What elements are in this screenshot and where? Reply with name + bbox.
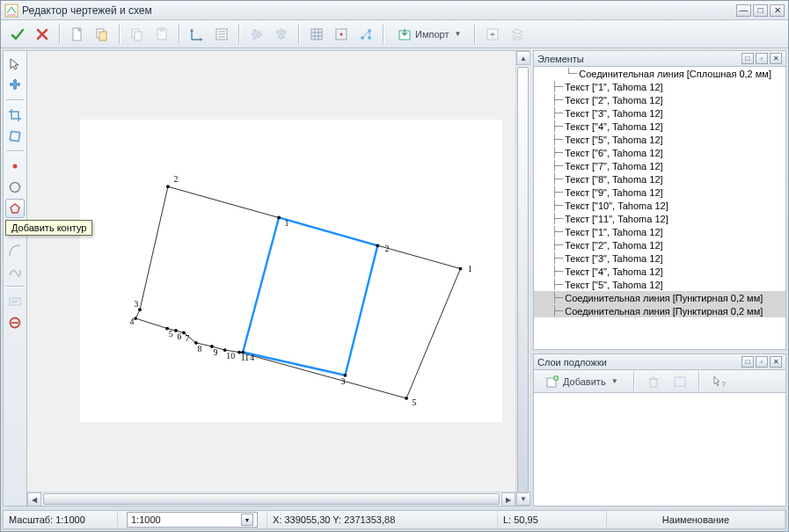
page-copy-icon — [95, 27, 109, 41]
list-button[interactable] — [210, 23, 233, 46]
vertical-scrollbar[interactable]: ▲ ▼ — [515, 51, 530, 506]
svg-text:4: 4 — [250, 353, 254, 362]
svg-point-49 — [405, 397, 408, 400]
text-box-icon — [8, 295, 22, 309]
align-h-button[interactable] — [245, 23, 268, 46]
trash-icon — [647, 375, 661, 389]
minimize-button[interactable]: — — [736, 4, 751, 17]
nodes-button[interactable] — [354, 23, 377, 46]
tree-item-label: Текст ["2", Tahoma 12] — [565, 240, 662, 251]
tree-item-label: Текст ["10", Tahoma 12] — [565, 200, 668, 211]
grid-button[interactable] — [305, 23, 328, 46]
layers-icon — [510, 27, 524, 41]
tree-item[interactable]: ├─Соединительная линия [Пунктирная 0,2 м… — [534, 291, 785, 304]
panel-pin-button[interactable]: ▫ — [756, 53, 768, 64]
layer-delete-button[interactable] — [642, 370, 665, 393]
tree-item[interactable]: ├─Текст ["9", Tahoma 12] — [534, 186, 785, 199]
maximize-button[interactable]: □ — [753, 4, 768, 17]
elements-tree[interactable]: └─Соединительная линия [Сплошная 0,2 мм]… — [534, 67, 785, 349]
layers-list[interactable] — [534, 393, 785, 506]
tree-item[interactable]: ├─Текст ["4", Tahoma 12] — [534, 120, 785, 133]
import-button[interactable]: Импорт ▼ — [390, 23, 469, 46]
tree-item[interactable]: ├─Текст ["3", Tahoma 12] — [534, 106, 785, 120]
tree-item[interactable]: ├─Текст ["5", Tahoma 12] — [534, 133, 785, 146]
chevron-down-icon[interactable]: ▼ — [241, 514, 253, 526]
add-contour-tool[interactable] — [5, 199, 25, 218]
snap-icon — [334, 27, 348, 41]
tree-item[interactable]: ├─Текст ["7", Tahoma 12] — [534, 159, 785, 172]
layers-close-button[interactable]: ✕ — [770, 356, 782, 368]
scroll-left-button[interactable]: ◀ — [27, 492, 41, 506]
tree-item[interactable]: ├─Текст ["6", Tahoma 12] — [534, 146, 785, 159]
tree-item[interactable]: ├─Текст ["2", Tahoma 12] — [534, 238, 785, 251]
move-tool[interactable] — [5, 76, 25, 95]
cancel-button[interactable] — [31, 23, 54, 46]
svg-rect-3 — [99, 32, 106, 40]
select-tool[interactable] — [5, 55, 25, 74]
circle-tool[interactable] — [5, 178, 25, 197]
window-titlebar: Редактор чертежей и схем — □ ✕ — [1, 1, 788, 20]
page-icon — [70, 27, 84, 41]
tree-item[interactable]: ├─Текст ["10", Tahoma 12] — [534, 199, 785, 212]
rotate-crop-tool[interactable] — [5, 127, 25, 146]
align-v-icon — [274, 27, 289, 41]
paste-button[interactable] — [150, 23, 173, 46]
tree-item-label: Текст ["11", Tahoma 12] — [565, 214, 668, 224]
tree-item[interactable]: ├─Текст ["2", Tahoma 12] — [534, 93, 785, 106]
tree-item-label: Текст ["5", Tahoma 12] — [565, 280, 662, 290]
delete-tool[interactable] — [5, 313, 25, 332]
layers-dock-button[interactable]: □ — [742, 356, 754, 368]
align-h-icon — [250, 27, 264, 41]
svg-rect-12 — [279, 35, 284, 38]
close-button[interactable]: ✕ — [770, 4, 785, 17]
list-icon — [215, 27, 229, 41]
svg-text:10: 10 — [226, 351, 235, 361]
export-button[interactable] — [481, 23, 504, 46]
accept-button[interactable] — [6, 23, 29, 46]
tree-item[interactable]: └─Соединительная линия [Сплошная 0,2 мм] — [534, 67, 785, 80]
svg-point-29 — [166, 185, 170, 188]
panel-close-button[interactable]: ✕ — [770, 53, 782, 64]
layer-props-button[interactable] — [668, 370, 691, 393]
tree-item[interactable]: ├─Текст ["4", Tahoma 12] — [534, 265, 785, 278]
layers-button[interactable] — [506, 23, 529, 46]
arc-tool[interactable] — [5, 241, 25, 260]
align-v-button[interactable] — [270, 23, 293, 46]
point-tool[interactable] — [5, 157, 25, 176]
layer-help-button[interactable]: ? — [707, 370, 730, 393]
tree-item[interactable]: ├─Текст ["11", Tahoma 12] — [534, 212, 785, 225]
status-length: L: 50,95 — [498, 511, 607, 528]
cursor-icon — [8, 57, 22, 71]
layers-pin-button[interactable]: ▫ — [756, 356, 768, 368]
text-tool[interactable] — [5, 292, 25, 311]
zoom-combo[interactable]: 1:1000 ▼ — [127, 512, 258, 528]
curve-tool[interactable] — [5, 262, 25, 281]
svg-rect-25 — [10, 298, 20, 305]
horizontal-scrollbar[interactable]: ◀ ▶ — [27, 492, 515, 506]
copy-button[interactable] — [126, 23, 149, 46]
scroll-up-button[interactable]: ▲ — [516, 51, 530, 65]
duplicate-icon — [130, 27, 144, 41]
tree-item[interactable]: ├─Текст ["8", Tahoma 12] — [534, 172, 785, 186]
tree-item[interactable]: ├─Соединительная линия [Пунктирная 0,2 м… — [534, 304, 785, 317]
zoom-value: 1:1000 — [131, 514, 161, 525]
crop-tool[interactable] — [5, 106, 25, 125]
open-doc-button[interactable] — [91, 23, 113, 46]
new-doc-button[interactable] — [66, 23, 89, 46]
svg-text:11: 11 — [241, 353, 250, 362]
snap-button[interactable] — [330, 23, 353, 46]
tree-item[interactable]: ├─Текст ["5", Tahoma 12] — [534, 278, 785, 291]
svg-text:1: 1 — [468, 264, 472, 273]
svg-point-24 — [11, 183, 20, 193]
import-icon — [398, 27, 412, 41]
tree-item[interactable]: ├─Текст ["1", Tahoma 12] — [534, 225, 785, 238]
drawing-canvas[interactable]: 123456789101151234 — [27, 51, 515, 506]
scroll-down-button[interactable]: ▼ — [516, 492, 530, 506]
add-layer-button[interactable]: Добавить ▼ — [537, 370, 626, 393]
tree-item[interactable]: ├─Текст ["3", Tahoma 12] — [534, 251, 785, 265]
transform-button[interactable] — [186, 23, 208, 46]
panel-dock-button[interactable]: □ — [742, 53, 754, 64]
scroll-right-button[interactable]: ▶ — [501, 492, 515, 506]
tree-item[interactable]: ├─Текст ["1", Tahoma 12] — [534, 80, 785, 93]
svg-point-51 — [277, 216, 281, 220]
